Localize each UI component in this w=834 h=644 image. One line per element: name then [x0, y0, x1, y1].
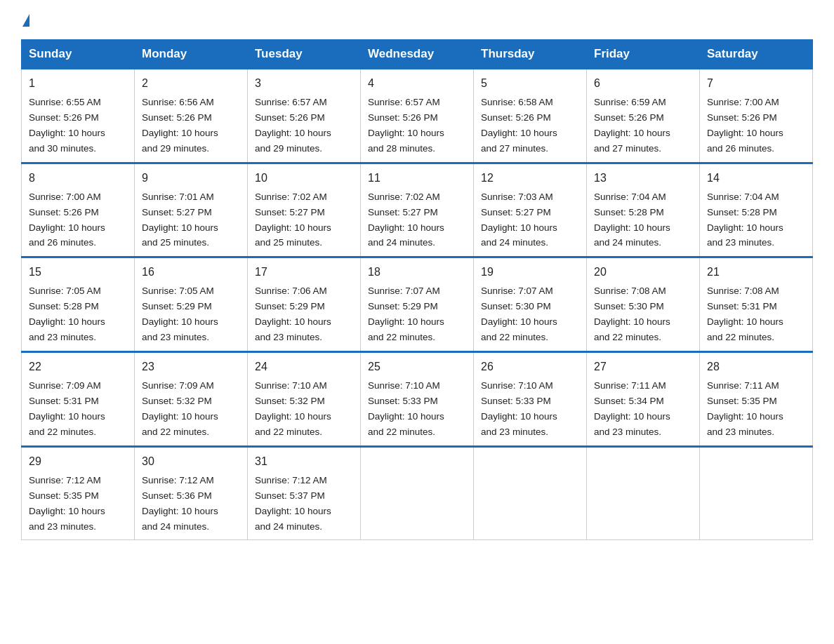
- day-number: 1: [29, 75, 127, 92]
- calendar-cell: 23Sunrise: 7:09 AMSunset: 5:32 PMDayligh…: [135, 352, 248, 447]
- day-number: 16: [142, 264, 240, 281]
- calendar-cell: 26Sunrise: 7:10 AMSunset: 5:33 PMDayligh…: [474, 352, 587, 447]
- calendar-cell: 14Sunrise: 7:04 AMSunset: 5:28 PMDayligh…: [700, 163, 813, 257]
- day-number: 26: [481, 358, 579, 375]
- calendar-cell: [587, 446, 700, 540]
- calendar-header-thursday: Thursday: [474, 40, 587, 69]
- day-info: Sunrise: 7:10 AMSunset: 5:32 PMDaylight:…: [255, 380, 331, 437]
- calendar-cell: 5Sunrise: 6:58 AMSunset: 5:26 PMDaylight…: [474, 69, 587, 163]
- calendar-table: SundayMondayTuesdayWednesdayThursdayFrid…: [21, 39, 813, 540]
- day-number: 18: [368, 264, 466, 281]
- day-number: 8: [29, 170, 127, 187]
- calendar-cell: 10Sunrise: 7:02 AMSunset: 5:27 PMDayligh…: [248, 163, 361, 257]
- day-number: 10: [255, 170, 353, 187]
- day-info: Sunrise: 7:04 AMSunset: 5:28 PMDaylight:…: [594, 192, 670, 248]
- day-number: 25: [368, 358, 466, 375]
- calendar-cell: [361, 446, 474, 540]
- day-number: 14: [707, 170, 805, 187]
- day-number: 19: [481, 264, 579, 281]
- day-number: 12: [481, 170, 579, 187]
- calendar-cell: 30Sunrise: 7:12 AMSunset: 5:36 PMDayligh…: [135, 446, 248, 540]
- day-info: Sunrise: 7:06 AMSunset: 5:29 PMDaylight:…: [255, 286, 331, 342]
- day-number: 15: [29, 264, 127, 281]
- calendar-cell: 15Sunrise: 7:05 AMSunset: 5:28 PMDayligh…: [22, 257, 135, 352]
- day-info: Sunrise: 7:05 AMSunset: 5:29 PMDaylight:…: [142, 286, 218, 342]
- calendar-cell: 20Sunrise: 7:08 AMSunset: 5:30 PMDayligh…: [587, 257, 700, 352]
- day-info: Sunrise: 7:02 AMSunset: 5:27 PMDaylight:…: [368, 192, 444, 248]
- calendar-week-2: 8Sunrise: 7:00 AMSunset: 5:26 PMDaylight…: [22, 163, 813, 257]
- page-header: [21, 14, 813, 27]
- day-info: Sunrise: 7:01 AMSunset: 5:27 PMDaylight:…: [142, 192, 218, 248]
- calendar-header-sunday: Sunday: [22, 40, 135, 69]
- calendar-header-monday: Monday: [135, 40, 248, 69]
- day-info: Sunrise: 6:56 AMSunset: 5:26 PMDaylight:…: [142, 97, 218, 154]
- day-info: Sunrise: 6:59 AMSunset: 5:26 PMDaylight:…: [594, 97, 670, 154]
- day-number: 31: [255, 453, 353, 470]
- day-number: 28: [707, 358, 805, 375]
- day-info: Sunrise: 7:12 AMSunset: 5:35 PMDaylight:…: [29, 475, 105, 532]
- calendar-header-friday: Friday: [587, 40, 700, 69]
- logo: [21, 14, 29, 27]
- calendar-cell: 4Sunrise: 6:57 AMSunset: 5:26 PMDaylight…: [361, 69, 474, 163]
- day-info: Sunrise: 7:02 AMSunset: 5:27 PMDaylight:…: [255, 192, 331, 248]
- calendar-cell: 8Sunrise: 7:00 AMSunset: 5:26 PMDaylight…: [22, 163, 135, 257]
- day-number: 20: [594, 264, 692, 281]
- calendar-cell: [474, 446, 587, 540]
- calendar-cell: 21Sunrise: 7:08 AMSunset: 5:31 PMDayligh…: [700, 257, 813, 352]
- day-info: Sunrise: 6:58 AMSunset: 5:26 PMDaylight:…: [481, 97, 557, 154]
- day-info: Sunrise: 7:09 AMSunset: 5:31 PMDaylight:…: [29, 380, 105, 437]
- calendar-cell: 7Sunrise: 7:00 AMSunset: 5:26 PMDaylight…: [700, 69, 813, 163]
- day-info: Sunrise: 7:07 AMSunset: 5:29 PMDaylight:…: [368, 286, 444, 342]
- calendar-cell: 9Sunrise: 7:01 AMSunset: 5:27 PMDaylight…: [135, 163, 248, 257]
- day-info: Sunrise: 6:57 AMSunset: 5:26 PMDaylight:…: [368, 97, 444, 154]
- calendar-cell: 28Sunrise: 7:11 AMSunset: 5:35 PMDayligh…: [700, 352, 813, 447]
- calendar-header-tuesday: Tuesday: [248, 40, 361, 69]
- day-info: Sunrise: 6:55 AMSunset: 5:26 PMDaylight:…: [29, 97, 105, 154]
- calendar-body: 1Sunrise: 6:55 AMSunset: 5:26 PMDaylight…: [22, 69, 813, 540]
- calendar-cell: 18Sunrise: 7:07 AMSunset: 5:29 PMDayligh…: [361, 257, 474, 352]
- calendar-week-4: 22Sunrise: 7:09 AMSunset: 5:31 PMDayligh…: [22, 352, 813, 447]
- day-info: Sunrise: 6:57 AMSunset: 5:26 PMDaylight:…: [255, 97, 331, 154]
- calendar-cell: 11Sunrise: 7:02 AMSunset: 5:27 PMDayligh…: [361, 163, 474, 257]
- calendar-cell: 27Sunrise: 7:11 AMSunset: 5:34 PMDayligh…: [587, 352, 700, 447]
- calendar-cell: 29Sunrise: 7:12 AMSunset: 5:35 PMDayligh…: [22, 446, 135, 540]
- logo-triangle-icon: [22, 14, 29, 27]
- day-info: Sunrise: 7:09 AMSunset: 5:32 PMDaylight:…: [142, 380, 218, 437]
- day-number: 3: [255, 75, 353, 92]
- day-number: 30: [142, 453, 240, 470]
- calendar-cell: 17Sunrise: 7:06 AMSunset: 5:29 PMDayligh…: [248, 257, 361, 352]
- day-number: 4: [368, 75, 466, 92]
- calendar-header-saturday: Saturday: [700, 40, 813, 69]
- day-info: Sunrise: 7:11 AMSunset: 5:35 PMDaylight:…: [707, 380, 783, 437]
- day-info: Sunrise: 7:11 AMSunset: 5:34 PMDaylight:…: [594, 380, 670, 437]
- day-number: 13: [594, 170, 692, 187]
- calendar-cell: 13Sunrise: 7:04 AMSunset: 5:28 PMDayligh…: [587, 163, 700, 257]
- day-info: Sunrise: 7:08 AMSunset: 5:31 PMDaylight:…: [707, 286, 783, 342]
- calendar-cell: 31Sunrise: 7:12 AMSunset: 5:37 PMDayligh…: [248, 446, 361, 540]
- day-number: 22: [29, 358, 127, 375]
- calendar-cell: 24Sunrise: 7:10 AMSunset: 5:32 PMDayligh…: [248, 352, 361, 447]
- calendar-cell: 1Sunrise: 6:55 AMSunset: 5:26 PMDaylight…: [22, 69, 135, 163]
- day-info: Sunrise: 7:12 AMSunset: 5:36 PMDaylight:…: [142, 475, 218, 532]
- calendar-cell: 3Sunrise: 6:57 AMSunset: 5:26 PMDaylight…: [248, 69, 361, 163]
- day-info: Sunrise: 7:00 AMSunset: 5:26 PMDaylight:…: [707, 97, 783, 154]
- day-info: Sunrise: 7:04 AMSunset: 5:28 PMDaylight:…: [707, 192, 783, 248]
- day-info: Sunrise: 7:03 AMSunset: 5:27 PMDaylight:…: [481, 192, 557, 248]
- calendar-cell: 25Sunrise: 7:10 AMSunset: 5:33 PMDayligh…: [361, 352, 474, 447]
- day-number: 2: [142, 75, 240, 92]
- day-number: 6: [594, 75, 692, 92]
- calendar-week-5: 29Sunrise: 7:12 AMSunset: 5:35 PMDayligh…: [22, 446, 813, 540]
- day-number: 29: [29, 453, 127, 470]
- calendar-week-3: 15Sunrise: 7:05 AMSunset: 5:28 PMDayligh…: [22, 257, 813, 352]
- calendar-header-row: SundayMondayTuesdayWednesdayThursdayFrid…: [22, 40, 813, 69]
- day-number: 23: [142, 358, 240, 375]
- day-number: 24: [255, 358, 353, 375]
- day-info: Sunrise: 7:05 AMSunset: 5:28 PMDaylight:…: [29, 286, 105, 342]
- day-number: 27: [594, 358, 692, 375]
- calendar-cell: 2Sunrise: 6:56 AMSunset: 5:26 PMDaylight…: [135, 69, 248, 163]
- day-info: Sunrise: 7:10 AMSunset: 5:33 PMDaylight:…: [481, 380, 557, 437]
- day-info: Sunrise: 7:07 AMSunset: 5:30 PMDaylight:…: [481, 286, 557, 342]
- day-info: Sunrise: 7:08 AMSunset: 5:30 PMDaylight:…: [594, 286, 670, 342]
- day-number: 11: [368, 170, 466, 187]
- calendar-header-wednesday: Wednesday: [361, 40, 474, 69]
